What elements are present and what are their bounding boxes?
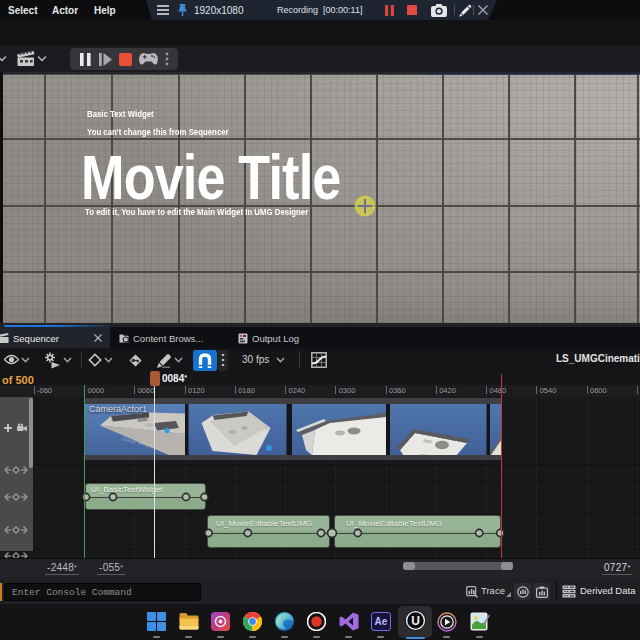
svg-text:U: U — [411, 613, 420, 627]
